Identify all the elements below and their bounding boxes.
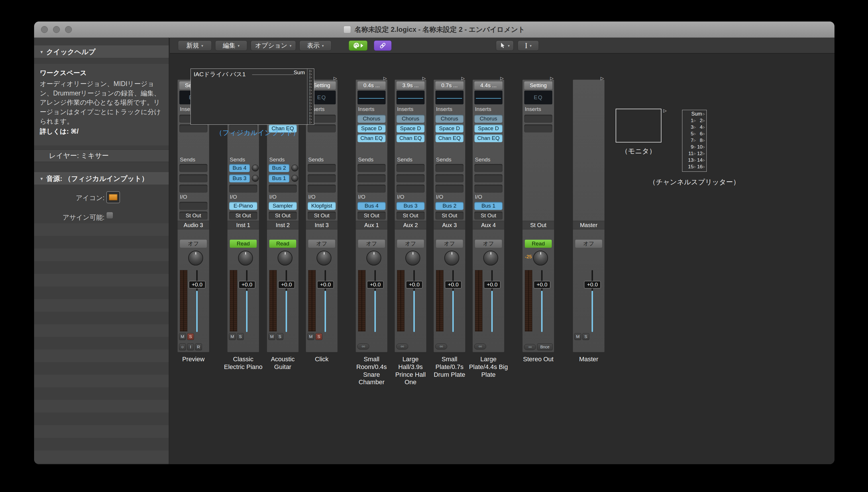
cable-outlet-icon[interactable]: ▷: [600, 76, 604, 80]
insert-slot[interactable]: [179, 124, 207, 132]
port-triangle-icon[interactable]: ▷: [694, 158, 696, 162]
stereo-format-icon[interactable]: ○○: [357, 343, 369, 349]
port-triangle-icon[interactable]: ▷: [703, 139, 705, 142]
send-slot[interactable]: [396, 184, 424, 193]
send-slot[interactable]: [179, 174, 207, 182]
port-triangle-icon[interactable]: ▷: [694, 165, 696, 168]
port-triangle-icon[interactable]: ▷: [694, 132, 696, 135]
volume-value[interactable]: +0.0: [534, 281, 550, 289]
volume-value[interactable]: +0.0: [189, 281, 205, 289]
automation-mode-button[interactable]: オフ: [180, 240, 207, 248]
insert-slot[interactable]: Chorus: [474, 115, 502, 123]
input-slot[interactable]: Bus 3: [396, 202, 424, 210]
pan-knob[interactable]: [238, 251, 253, 266]
port-triangle-icon[interactable]: ▷: [703, 165, 705, 168]
port-triangle-icon[interactable]: ▷: [694, 152, 696, 155]
send-slot[interactable]: [396, 164, 424, 172]
link-button[interactable]: [374, 41, 392, 51]
cable-outlet-icon[interactable]: ▷: [383, 76, 387, 80]
send-slot[interactable]: [436, 174, 464, 182]
insert-slot[interactable]: Chan EQ: [474, 134, 502, 142]
pointer-tool-button[interactable]: ▾: [496, 41, 514, 51]
pan-knob[interactable]: [483, 251, 498, 266]
cable-outlet-icon[interactable]: ▷: [334, 76, 337, 80]
automation-mode-button[interactable]: オフ: [358, 240, 385, 248]
pan-knob[interactable]: [188, 251, 203, 266]
pan-knob[interactable]: [317, 251, 332, 266]
insert-slot[interactable]: Chan EQ: [436, 134, 464, 142]
cable-outlet-icon[interactable]: ▷: [663, 108, 666, 113]
send-slot[interactable]: [436, 164, 464, 172]
port-triangle-icon[interactable]: ▷: [694, 145, 696, 149]
strip-button-m[interactable]: M: [179, 333, 186, 340]
media-browser-button[interactable]: [349, 41, 368, 51]
physical-input-label[interactable]: （フィジカルインプット）: [213, 128, 302, 137]
insert-slot[interactable]: Chorus: [436, 115, 464, 123]
input-slot[interactable]: Bus 2: [436, 202, 464, 210]
automation-mode-button[interactable]: Read: [525, 240, 552, 248]
output-slot[interactable]: St Out: [229, 212, 257, 220]
strip-button-s[interactable]: S: [582, 333, 589, 340]
iac-driver-object[interactable]: IACドライバ バス1 Sum ▷▷▷▷▷▷▷▷▷▷▷▷▷▷▷▷▷: [190, 69, 314, 125]
document-proxy-icon[interactable]: [343, 26, 351, 33]
send-level-knob[interactable]: [252, 165, 259, 171]
output-slot[interactable]: St Out: [436, 212, 464, 220]
send-level-knob[interactable]: [291, 175, 298, 182]
volume-value[interactable]: +0.0: [317, 281, 334, 289]
strip-button-r[interactable]: R: [195, 343, 202, 350]
insert-slot[interactable]: Space D: [436, 124, 464, 132]
eq-thumbnail[interactable]: EQ: [524, 91, 552, 104]
input-slot[interactable]: Klopfgist: [308, 202, 336, 210]
pan-knob[interactable]: [405, 251, 420, 266]
send-slot[interactable]: [396, 174, 424, 182]
port-triangle-icon[interactable]: ▷: [309, 92, 312, 95]
strip-button-s[interactable]: S: [315, 333, 322, 340]
input-slot[interactable]: Sampler: [269, 202, 297, 210]
send-slot[interactable]: Bus 4: [229, 164, 250, 172]
strip-button-bnce[interactable]: Bnce: [537, 343, 553, 350]
output-slot[interactable]: St Out: [358, 212, 386, 220]
output-slot[interactable]: St Out: [308, 212, 336, 220]
volume-value[interactable]: +0.0: [367, 281, 384, 289]
port-triangle-icon[interactable]: ▷: [309, 76, 312, 79]
input-slot[interactable]: Bus 1: [474, 202, 502, 210]
cable-outlet-icon[interactable]: ▷: [422, 76, 426, 80]
send-slot[interactable]: [436, 184, 464, 193]
output-slot[interactable]: St Out: [179, 212, 207, 220]
insert-slot[interactable]: Chorus: [396, 115, 424, 123]
volume-value[interactable]: +0.0: [445, 281, 462, 289]
port-triangle-icon[interactable]: ▷: [703, 119, 705, 122]
insert-slot[interactable]: Chan EQ: [358, 134, 386, 142]
output-slot[interactable]: St Out: [396, 212, 424, 220]
volume-value[interactable]: +0.0: [278, 281, 295, 289]
channel-setting-button[interactable]: 0.7s ...: [436, 81, 464, 90]
insert-slot[interactable]: [308, 124, 336, 132]
send-slot[interactable]: Bus 2: [269, 164, 289, 172]
channel-setting-button[interactable]: 3.9s ...: [396, 81, 424, 90]
strip-button-i[interactable]: I: [187, 343, 194, 350]
assignable-checkbox[interactable]: [106, 212, 113, 219]
send-slot[interactable]: [474, 184, 502, 193]
insert-slot[interactable]: Space D: [474, 124, 502, 132]
menu-new[interactable]: 新規 ▾: [178, 41, 212, 51]
channel-setting-button[interactable]: 4.4s ...: [474, 81, 502, 90]
send-slot[interactable]: [308, 174, 336, 182]
port-triangle-icon[interactable]: ▷: [309, 108, 312, 111]
menu-options[interactable]: オプション ▾: [251, 41, 296, 51]
volume-value[interactable]: +0.0: [406, 281, 423, 289]
port-triangle-icon[interactable]: ▷: [703, 145, 705, 149]
strip-button-m[interactable]: M: [307, 333, 314, 340]
eq-thumbnail[interactable]: [436, 91, 464, 104]
automation-mode-button[interactable]: オフ: [436, 240, 463, 248]
cable-outlet-icon[interactable]: ▷: [550, 76, 553, 80]
send-level-knob[interactable]: [291, 165, 298, 171]
port-triangle-icon[interactable]: ▷: [703, 113, 705, 116]
channel-splitter-object[interactable]: Sum ▷ 1▷2▷3▷4▷5▷6▷7▷8▷9▷10▷11▷12▷13▷14▷1…: [682, 110, 707, 172]
object-icon-button[interactable]: [106, 191, 120, 203]
pan-knob[interactable]: [533, 251, 548, 266]
send-slot[interactable]: [229, 184, 257, 193]
eq-thumbnail[interactable]: [474, 91, 502, 104]
insert-slot[interactable]: Space D: [396, 124, 424, 132]
insert-slot[interactable]: [524, 124, 552, 132]
port-triangle-icon[interactable]: ▷: [703, 132, 705, 135]
